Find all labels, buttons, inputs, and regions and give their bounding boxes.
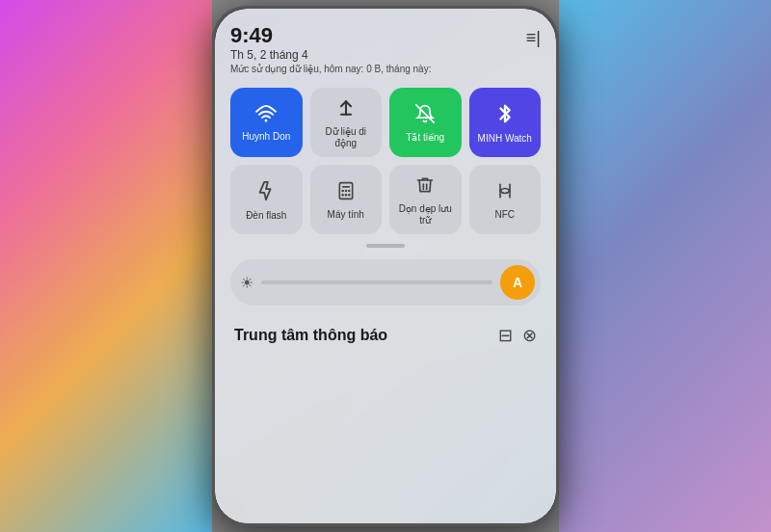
- wifi-icon: [255, 105, 277, 125]
- tile-cleanup[interactable]: Dọn dẹp lưu trữ: [389, 165, 462, 234]
- quick-tiles-grid: Huynh Don Dữ liệu di động: [230, 88, 541, 234]
- tile-wifi[interactable]: Huynh Don: [230, 88, 303, 157]
- notification-center-section: Trung tâm thông báo ⊟ ⊗: [230, 317, 541, 352]
- notification-edit-icon[interactable]: ⊟: [498, 325, 513, 346]
- date-display: Th 5, 2 tháng 4: [230, 48, 431, 62]
- background-wrapper: 9:49 Th 5, 2 tháng 4 Mức sử dụng dữ liệu…: [0, 0, 771, 532]
- nfc-icon: [495, 181, 515, 203]
- mobile-data-icon: [336, 98, 356, 120]
- status-bar: 9:49 Th 5, 2 tháng 4 Mức sử dụng dữ liệu…: [230, 24, 541, 74]
- phone-frame: 9:49 Th 5, 2 tháng 4 Mức sử dụng dữ liệu…: [212, 6, 559, 526]
- tile-calculator[interactable]: Máy tính: [310, 165, 383, 234]
- notification-actions: ⊟ ⊗: [498, 325, 537, 346]
- phone-screen: 9:49 Th 5, 2 tháng 4 Mức sử dụng dữ liệu…: [215, 9, 556, 523]
- notification-center-title: Trung tâm thông báo: [234, 327, 387, 344]
- tile-nfc[interactable]: NFC: [469, 165, 542, 234]
- status-right: ≡|: [526, 28, 541, 48]
- notification-close-icon[interactable]: ⊗: [522, 325, 537, 346]
- drag-handle[interactable]: [366, 244, 405, 248]
- svg-marker-4: [260, 182, 271, 200]
- status-left: 9:49 Th 5, 2 tháng 4 Mức sử dụng dữ liệu…: [230, 24, 431, 74]
- tile-bluetooth[interactable]: MINH Watch: [469, 88, 542, 157]
- brightness-row: ☀ A: [230, 259, 541, 306]
- bg-left: [0, 0, 212, 532]
- tile-data-label: Dữ liệu di động: [314, 126, 379, 149]
- tile-calculator-label: Máy tính: [328, 209, 364, 221]
- auto-brightness-button[interactable]: A: [500, 265, 535, 300]
- bg-right: [559, 0, 771, 532]
- clock: 9:49: [230, 24, 431, 47]
- tile-mobile-data[interactable]: Dữ liệu di động: [310, 88, 383, 157]
- svg-point-0: [265, 120, 268, 122]
- tile-silent[interactable]: Tắt tiếng: [389, 88, 462, 157]
- tile-flash[interactable]: Đèn flash: [230, 165, 303, 234]
- flashlight-icon: [257, 180, 275, 204]
- menu-lines-icon[interactable]: ≡|: [526, 28, 541, 48]
- brightness-icon: ☀: [240, 274, 253, 292]
- data-usage-text: Mức sử dụng dữ liệu, hôm nay: 0 B, tháng…: [230, 64, 431, 74]
- control-center-panel: 9:49 Th 5, 2 tháng 4 Mức sử dụng dữ liệu…: [215, 9, 556, 523]
- bluetooth-icon: [496, 103, 514, 127]
- tile-cleanup-label: Dọn dẹp lưu trữ: [393, 203, 458, 226]
- trash-icon: [415, 175, 435, 198]
- tile-wifi-label: Huynh Don: [242, 131, 290, 143]
- bell-off-icon: [415, 104, 435, 126]
- calculator-icon: [336, 181, 356, 203]
- brightness-slider[interactable]: [261, 280, 492, 284]
- tile-flash-label: Đèn flash: [246, 210, 286, 222]
- tile-bluetooth-label: MINH Watch: [478, 133, 532, 145]
- tile-silent-label: Tắt tiếng: [406, 132, 444, 144]
- svg-line-3: [416, 105, 434, 122]
- tile-nfc-label: NFC: [494, 209, 515, 221]
